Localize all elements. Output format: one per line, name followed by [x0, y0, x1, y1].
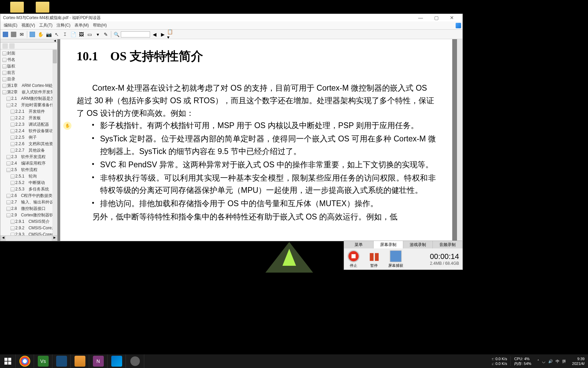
taskbar-app-vs[interactable]: Vs	[34, 354, 52, 368]
taskbar-app-onenote[interactable]: N	[89, 354, 108, 368]
player-icon	[111, 356, 122, 367]
recorder-tab-audio[interactable]: 音频录制	[433, 241, 462, 248]
bookmark-item[interactable]: 2.4 编译应用程序	[0, 160, 57, 167]
bookmark-item[interactable]: 前言	[0, 70, 57, 76]
select-tool-icon[interactable]: ↖	[53, 31, 61, 38]
screen-recorder-widget[interactable]: 菜单 屏幕录制 游戏录制 音频录制 停止 ▮▮ 暂停 屏幕捕获 00:00:14…	[344, 241, 463, 270]
bookmark-item[interactable]: 2.1 ARM微控制器是怎样构成的	[0, 95, 57, 102]
bookmark-label: 2.5.3 多任务系统	[15, 186, 49, 192]
menu-help[interactable]: 帮助(H)	[91, 22, 109, 29]
recording-size: 2.4MB / 68.4GB	[430, 261, 459, 266]
find-options-icon[interactable]: 📋▾	[167, 31, 175, 38]
sound-icon[interactable]: 🔊	[548, 359, 553, 364]
save-icon[interactable]	[2, 31, 9, 38]
page-view[interactable]: 10.1 OS 支持特性简介 Cortex-M 处理器在设计之初就考虑了对 OS…	[58, 39, 462, 241]
recorder-stop-button[interactable]: 停止	[347, 250, 360, 268]
bookmark-item[interactable]: 2.2.6 文档和其他资源	[0, 141, 57, 147]
cpu-mem-stats[interactable]: CPU: 4% 内存: 54%	[510, 356, 535, 366]
taskbar-clock[interactable]: 9:39 2021/4/	[569, 356, 588, 366]
taskbar-app-notepad[interactable]	[52, 354, 71, 368]
bookmark-item[interactable]: 目录	[0, 76, 57, 82]
find-icon[interactable]: 🔍	[113, 31, 120, 38]
bookmarks-tree[interactable]: 封面书名版权前言目录第1章 ARM Cortex-M处理器简介第2章 嵌入式软件…	[0, 49, 57, 235]
bookmark-label: 2.6 C程序中的数据类型	[11, 193, 56, 199]
recorder-pause-button[interactable]: ▮▮ 暂停	[368, 250, 380, 268]
start-button[interactable]	[0, 354, 16, 368]
bookmark-item[interactable]: 2.7 输入、输出和外设访问	[0, 199, 57, 205]
bookmark-item[interactable]: 2.2.7 其他设备	[0, 147, 57, 154]
minimize-button[interactable]: —	[413, 14, 428, 21]
expand-all-icon[interactable]	[2, 43, 8, 49]
taskbar-app-mediaplayer[interactable]	[108, 354, 126, 368]
snapshot-icon[interactable]: 📷	[45, 31, 52, 38]
bookmark-label: 版权	[7, 63, 15, 69]
bookmark-item[interactable]: 2.5 软件流程	[0, 167, 57, 173]
bookmark-item[interactable]: 第2章 嵌入式软件开发简介	[0, 89, 57, 95]
chrome-icon	[19, 356, 30, 367]
recorder-capture-button[interactable]: 屏幕捕获	[388, 250, 403, 268]
bookmark-item[interactable]: 书名	[0, 57, 57, 63]
image-tool-icon[interactable]: 🖼	[78, 31, 85, 38]
bookmark-item[interactable]: 2.2 开始时需要准备什么	[0, 102, 57, 108]
bookmark-item[interactable]: 2.2.4 软件设备驱动	[0, 128, 57, 134]
close-button[interactable]: ✕	[444, 14, 460, 21]
bookmark-label: 目录	[7, 76, 15, 82]
hand-tool-icon[interactable]: ✋	[37, 31, 44, 38]
bookmark-item[interactable]: 2.5.1 轮询	[0, 173, 57, 180]
maximize-button[interactable]: ▢	[428, 14, 444, 21]
bookmark-icon	[6, 103, 11, 107]
tray-icons[interactable]: ˄ ◡ 🔊 中 拼	[535, 359, 569, 364]
stamp-icon[interactable]: ▭	[86, 31, 93, 38]
recorder-tab-screen[interactable]: 屏幕录制	[374, 241, 403, 248]
bookmark-item[interactable]: 封面	[0, 50, 57, 57]
find-input[interactable]	[121, 31, 150, 37]
fullscreen-icon[interactable]	[29, 31, 36, 38]
bookmark-item[interactable]: 2.9 Cortex微控制器软件接口标准	[0, 212, 57, 218]
bookmark-item[interactable]: 2.2.2 开发板	[0, 115, 57, 121]
menu-tools[interactable]: 工具(T)	[37, 22, 54, 29]
bookmark-item[interactable]: 2.9.1 CMSIS简介	[0, 218, 57, 225]
menu-edit[interactable]: 编辑(E)	[2, 22, 19, 29]
menu-view[interactable]: 视图(V)	[19, 22, 37, 29]
ime-lang[interactable]: 中	[556, 359, 559, 364]
email-icon[interactable]: ✉	[18, 31, 26, 38]
dropdown-icon[interactable]: ▾	[94, 31, 101, 38]
recorder-tab-game[interactable]: 游戏录制	[403, 241, 433, 248]
bookmark-item[interactable]: 2.3 软件开发流程	[0, 154, 57, 160]
bookmark-settings-icon[interactable]	[9, 43, 15, 49]
page-vertical-scrollbar[interactable]	[457, 39, 462, 241]
bookmark-item[interactable]: 第1章 ARM Cortex-M处理器简介	[0, 82, 57, 89]
wifi-icon[interactable]: ◡	[542, 359, 545, 364]
bookmark-item[interactable]: 2.5.3 多任务系统	[0, 186, 57, 193]
bookmark-item[interactable]: 2.2.5 例子	[0, 134, 57, 141]
sidebar-vertical-scrollbar[interactable]	[52, 49, 57, 235]
bookmark-item[interactable]: 2.2.1 开发组件	[0, 108, 57, 115]
titlebar[interactable]: Cortex-M3与Cortex-M4权威指南.pdf - 福昕PDF阅读器 —…	[0, 14, 462, 21]
network-stats[interactable]: ↑: 0.0 K/s ↓: 0.0 K/s	[488, 356, 510, 366]
sidebar-collapse-handle[interactable]: ◀	[0, 39, 57, 43]
taskbar-app-edge[interactable]	[126, 354, 144, 368]
annotation-icon[interactable]: 📄	[69, 31, 77, 38]
find-prev-icon[interactable]: ◀	[151, 31, 158, 38]
text-select-icon[interactable]: 𝙸	[61, 31, 69, 38]
bookmark-item[interactable]: 2.6 C程序中的数据类型	[0, 193, 57, 199]
find-next-icon[interactable]: ▶	[159, 31, 166, 38]
highlight-icon[interactable]: ✎	[102, 31, 110, 38]
tray-up-icon[interactable]: ˄	[537, 359, 539, 364]
bookmark-item[interactable]: 版权	[0, 63, 57, 70]
bookmark-item[interactable]: 2.9.3 CMSIS-Core的组织结构	[0, 231, 57, 235]
wallpaper-fragment	[259, 242, 320, 273]
bookmark-item[interactable]: 2.2.3 调试适配器	[0, 121, 57, 128]
sidebar-horizontal-scrollbar[interactable]: ◀▶	[0, 235, 57, 241]
print-icon[interactable]	[10, 31, 17, 38]
ime-mode[interactable]: 拼	[562, 359, 566, 364]
bookmark-item[interactable]: 2.9.2 CMSIS-Core所做的标准化	[0, 225, 57, 231]
bookmark-icon	[6, 194, 11, 198]
taskbar-app-chrome[interactable]	[16, 354, 34, 368]
menu-comments[interactable]: 注释(C)	[54, 22, 72, 29]
taskbar-app-editor[interactable]	[71, 354, 89, 368]
menu-forms[interactable]: 表单(M)	[72, 22, 91, 29]
bookmark-item[interactable]: 2.5.2 中断驱动	[0, 180, 57, 186]
recorder-tab-menu[interactable]: 菜单	[344, 241, 374, 248]
bookmark-item[interactable]: 2.8 微控制器接口	[0, 205, 57, 212]
